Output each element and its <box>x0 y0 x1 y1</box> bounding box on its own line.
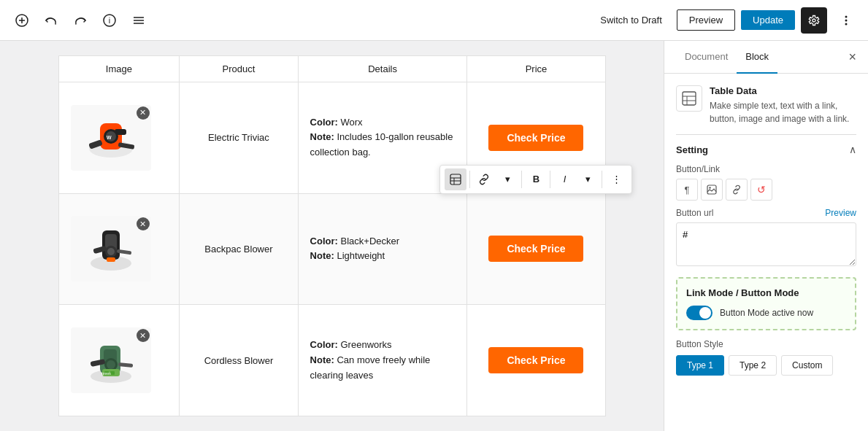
row1-product-name: Electric Triviac <box>208 132 269 143</box>
row3-note-label: Note: <box>310 354 334 365</box>
row1-details-text: Color: Worx Note: Includes 10-gallon reu… <box>310 115 456 160</box>
btn-style-custom[interactable]: Custom <box>781 355 833 376</box>
undo-button[interactable] <box>38 7 64 34</box>
row2-details-cell: Color: Black+Decker Note: Lightweight <box>298 193 467 305</box>
col-header-image: Image <box>58 56 180 82</box>
more-options-button[interactable] <box>833 7 859 34</box>
ft-more-icon: ⋮ <box>612 174 621 185</box>
mode-title: Link Mode / Button Mode <box>686 287 846 298</box>
remove-row1-icon[interactable]: ✕ <box>137 106 150 120</box>
ft-link-dropdown[interactable]: ▾ <box>496 168 518 190</box>
ft-more-button[interactable]: ⋮ <box>605 168 627 190</box>
btn-style-type1[interactable]: Type 1 <box>676 355 724 376</box>
ft-bold-button[interactable]: B <box>525 168 547 190</box>
panel-body: Table Data Make simple text, text with a… <box>664 74 868 431</box>
editor-area: Image Product Details Price ✕ <box>0 41 664 431</box>
svg-point-36 <box>107 360 115 369</box>
ft-tabledata-icon-button[interactable] <box>445 168 466 190</box>
svg-rect-41 <box>110 371 115 375</box>
tab-block[interactable]: Block <box>737 41 777 74</box>
row1-color-value: Worx <box>338 117 363 128</box>
bl-paragraph-button[interactable]: ¶ <box>676 179 698 201</box>
content-table: Image Product Details Price ✕ <box>58 55 606 416</box>
setting-title: Setting <box>676 144 708 155</box>
block-icon-box <box>676 85 702 112</box>
svg-rect-43 <box>683 92 696 105</box>
bl-link-button[interactable] <box>726 179 748 201</box>
divider1 <box>676 134 856 135</box>
row2-product-name: Backpac Blower <box>204 244 272 255</box>
block-info-row: Table Data Make simple text, text with a… <box>676 85 856 125</box>
ft-divider4 <box>602 171 602 188</box>
row3-product-cell: Cordless Blower <box>180 305 298 416</box>
svg-point-48 <box>709 187 710 188</box>
svg-text:i: i <box>109 16 110 25</box>
ft-italic-button[interactable]: I <box>553 168 575 190</box>
svg-rect-27 <box>107 257 115 262</box>
main-layout: Image Product Details Price ✕ <box>0 41 868 431</box>
ft-divider2 <box>521 171 522 188</box>
row2-image-cell: ✕ <box>58 193 180 305</box>
table-row: ✕ <box>58 305 605 416</box>
btn-url-input[interactable]: # <box>676 222 856 266</box>
svg-rect-28 <box>450 174 461 185</box>
update-button[interactable]: Update <box>741 10 795 30</box>
row1-product-cell: Electric Triviac <box>180 82 298 194</box>
panel-close-button[interactable]: × <box>848 41 856 73</box>
btn-url-label: Button url <box>676 208 713 218</box>
block-info-text: Table Data Make simple text, text with a… <box>710 85 856 125</box>
svg-point-9 <box>845 15 848 18</box>
ft-italic-dropdown[interactable]: ▾ <box>577 168 599 190</box>
switch-to-draft-button[interactable]: Switch to Draft <box>591 10 671 30</box>
floating-toolbar: ▾ B I ▾ <box>439 165 632 194</box>
row2-color-value: Black+Decker <box>338 236 399 246</box>
block-title: Table Data <box>710 85 856 96</box>
col-header-details: Details <box>298 56 467 82</box>
settings-button[interactable] <box>801 7 827 34</box>
btn-style-section: Button Style Type 1 Type 2 Custom <box>676 339 856 376</box>
remove-row2-icon[interactable]: ✕ <box>137 217 150 230</box>
svg-point-11 <box>845 23 848 25</box>
menu-button[interactable] <box>126 7 152 34</box>
col-header-product: Product <box>180 56 298 82</box>
btn-style-type2[interactable]: Type 2 <box>729 355 777 376</box>
svg-text:green: green <box>101 371 111 376</box>
panel-tabs: Document Block × <box>664 41 868 74</box>
bl-image-button[interactable] <box>701 179 723 201</box>
row3-image-box: ✕ <box>71 327 151 393</box>
row2-details-text: Color: Black+Decker Note: Lightweight <box>310 234 456 265</box>
ft-link-button[interactable] <box>473 168 495 190</box>
row3-details-cell: Color: Greenworks Note: Can move freely … <box>298 305 467 416</box>
row1-color-label: Color: <box>310 117 338 128</box>
block-desc: Make simple text, text with a link, butt… <box>710 99 856 125</box>
bl-reset-button[interactable]: ↺ <box>750 179 772 201</box>
row1-note-label: Note: <box>310 131 334 142</box>
button-link-label: Button/Link <box>676 164 856 174</box>
toggle-knob <box>699 307 711 319</box>
ft-divider1 <box>469 171 470 188</box>
row1-image-cell: ✕ W <box>58 82 180 194</box>
right-panel: Document Block × Table Data Make simple … <box>664 41 868 431</box>
row3-color-value: Greenworks <box>338 339 392 350</box>
info-button[interactable]: i <box>96 7 123 34</box>
button-mode-toggle[interactable] <box>686 306 713 320</box>
preview-button[interactable]: Preview <box>677 9 735 31</box>
row3-check-price-button[interactable]: Check Price <box>488 347 583 373</box>
btn-url-preview-link[interactable]: Preview <box>825 208 856 218</box>
add-block-button[interactable] <box>9 7 35 34</box>
redo-button[interactable] <box>67 7 93 34</box>
row2-check-price-button[interactable]: Check Price <box>488 236 583 262</box>
row1-check-price-button[interactable]: Check Price <box>488 125 583 151</box>
btn-url-header: Button url Preview <box>676 208 856 218</box>
setting-collapse-icon[interactable]: ∧ <box>849 144 856 155</box>
row2-price-cell: ▾ B I ▾ <box>467 193 605 305</box>
tab-document[interactable]: Document <box>676 41 737 74</box>
btn-url-section: Button url Preview # <box>676 208 856 268</box>
row3-details-text: Color: Greenworks Note: Can move freely … <box>310 338 456 383</box>
ft-bold-icon: B <box>533 174 539 185</box>
remove-row3-icon[interactable]: ✕ <box>137 329 150 342</box>
ft-italic-dropdown-arrow: ▾ <box>585 174 591 185</box>
row3-image-cell: ✕ <box>58 305 180 416</box>
row3-product-name: Cordless Blower <box>204 355 274 366</box>
setting-header: Setting ∧ <box>676 144 856 155</box>
